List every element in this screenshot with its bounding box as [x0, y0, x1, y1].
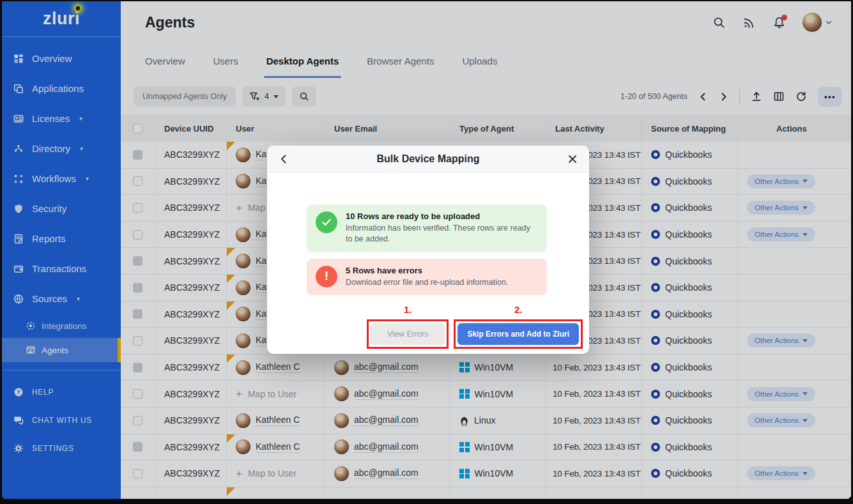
success-text: 10 Rows are ready to be uploaded Informa…: [346, 211, 537, 245]
error-text: 5 Rows have errors Download error file a…: [346, 266, 508, 288]
modal-title: Bulk Device Mapping: [305, 153, 551, 165]
modal-header: Bulk Device Mapping: [267, 146, 589, 172]
error-description: Download error file and re-upload inform…: [346, 277, 508, 288]
success-check-icon: [316, 211, 337, 233]
annotation-step-1: 1.: [404, 304, 412, 315]
success-description: Information has been verified. These row…: [346, 223, 537, 245]
modal-footer: 1. View Errors 2. Skip Errors and Add to…: [367, 319, 583, 349]
error-title: 5 Rows have errors: [346, 266, 508, 275]
annotation-box-1: 1. View Errors: [367, 319, 449, 349]
skip-errors-add-button[interactable]: Skip Errors and Add to Zluri: [457, 323, 579, 345]
annotation-step-2: 2.: [514, 304, 523, 315]
success-title: 10 Rows are ready to be uploaded: [346, 211, 537, 221]
exclamation-glyph: !: [325, 270, 328, 283]
app-screen: zluri Overview Applications Licenses▾ Di…: [0, 0, 853, 504]
success-status-box: 10 Rows are ready to be uploaded Informa…: [307, 204, 547, 252]
error-status-box: ! 5 Rows have errors Download error file…: [307, 259, 547, 295]
view-errors-button[interactable]: View Errors: [371, 323, 445, 345]
back-icon[interactable]: [279, 154, 289, 164]
error-exclamation-icon: !: [316, 266, 337, 287]
bulk-device-mapping-modal: Bulk Device Mapping 10 Rows are ready to…: [267, 146, 589, 354]
close-icon[interactable]: [567, 154, 578, 164]
annotation-box-2: 2. Skip Errors and Add to Zluri: [454, 319, 583, 349]
